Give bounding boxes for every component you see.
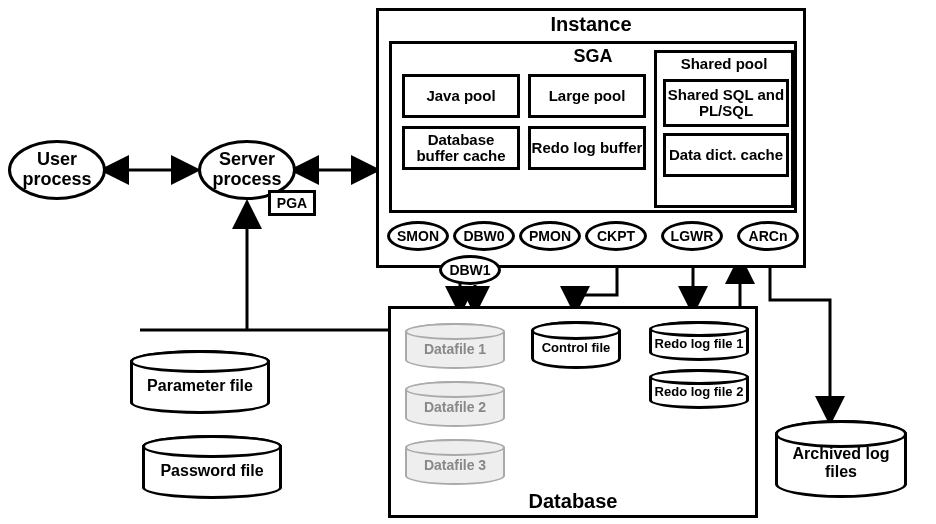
pmon-label: PMON [529,228,571,244]
dbw1-process: DBW1 [439,255,501,285]
parameter-file-label: Parameter file [147,369,253,395]
smon-process: SMON [387,221,449,251]
redo-log-file-1: Redo log file 1 [649,321,749,361]
datafile-2: Datafile 2 [405,381,505,427]
parameter-file: Parameter file [130,350,270,414]
instance-title: Instance [379,13,803,36]
shared-pool-box: Shared pool Shared SQL and PL/SQL Data d… [654,50,794,208]
java-pool: Java pool [402,74,520,118]
dbw0-label: DBW0 [463,228,504,244]
pga-label: PGA [277,195,307,211]
archived-log-files-label: Archived log files [778,437,904,480]
datafile-3-label: Datafile 3 [424,451,486,473]
datafile-2-label: Datafile 2 [424,393,486,415]
ckpt-label: CKPT [597,228,635,244]
pmon-process: PMON [519,221,581,251]
shared-sql: Shared SQL and PL/SQL [663,79,789,127]
shared-sql-label: Shared SQL and PL/SQL [666,87,786,120]
pga-box: PGA [268,190,316,216]
datafile-3: Datafile 3 [405,439,505,485]
database-box: Database Datafile 1 Datafile 2 Datafile … [388,306,758,518]
dbw1-label: DBW1 [449,262,490,278]
control-file: Control file [531,321,621,369]
dbw0-process: DBW0 [453,221,515,251]
arcn-label: ARCn [749,228,788,244]
lgwr-label: LGWR [671,228,714,244]
archived-log-files: Archived log files [775,420,907,498]
datafile-1: Datafile 1 [405,323,505,369]
user-process: User process [8,140,106,200]
shared-pool-title: Shared pool [657,55,791,72]
java-pool-label: Java pool [426,88,495,105]
control-file-label: Control file [542,337,611,354]
sga-box: SGA Java pool Large pool Database buffer… [389,41,797,213]
data-dict-cache-label: Data dict. cache [669,147,783,164]
redo-log-buffer: Redo log buffer [528,126,646,170]
redo-log-2-label: Redo log file 2 [655,381,744,398]
server-process-label: Server process [201,150,293,190]
smon-label: SMON [397,228,439,244]
redo-log-buffer-label: Redo log buffer [532,140,643,157]
data-dict-cache: Data dict. cache [663,133,789,177]
arcn-process: ARCn [737,221,799,251]
user-process-label: User process [11,150,103,190]
large-pool-label: Large pool [549,88,626,105]
datafile-1-label: Datafile 1 [424,335,486,357]
password-file: Password file [142,435,282,499]
large-pool: Large pool [528,74,646,118]
redo-log-file-2: Redo log file 2 [649,369,749,409]
db-buffer-cache-label: Database buffer cache [405,132,517,165]
database-title: Database [391,490,755,513]
redo-log-1-label: Redo log file 1 [655,333,744,350]
db-buffer-cache: Database buffer cache [402,126,520,170]
lgwr-process: LGWR [661,221,723,251]
ckpt-process: CKPT [585,221,647,251]
password-file-label: Password file [160,454,263,480]
instance-box: Instance SGA Java pool Large pool Databa… [376,8,806,268]
